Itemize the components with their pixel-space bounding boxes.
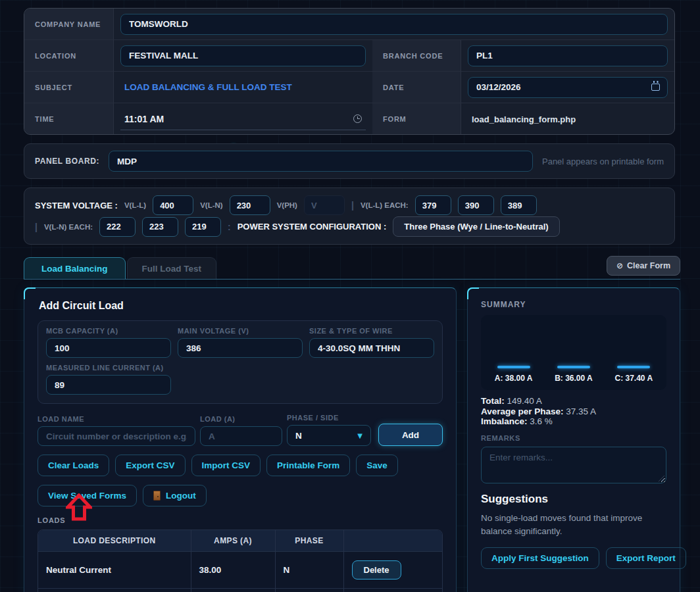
vln-label: V(L-N) — [200, 201, 223, 209]
col-actions — [343, 530, 442, 552]
view-saved-forms-button[interactable]: View Saved Forms — [38, 485, 137, 506]
add-circuit-title: Add Circuit Load — [39, 300, 456, 312]
clock-icon[interactable] — [353, 114, 362, 123]
import-csv-button[interactable]: Import CSV — [191, 455, 261, 476]
table-header-row: LOAD DESCRIPTION AMPS (A) PHASE — [38, 530, 442, 552]
phase-b-bar — [557, 366, 590, 368]
wire-type-label: SIZE & TYPE OF WIRE — [309, 327, 434, 335]
main-voltage-label: MAIN VOLTAGE (V) — [178, 327, 303, 335]
summary-card: SUMMARY A: 38.00 A B: 36.00 A C: 37.40 A… — [467, 287, 680, 592]
phase-c-bar-group: C: 37.40 A — [615, 366, 653, 383]
phase-a-bar — [497, 366, 530, 368]
location-input[interactable] — [120, 45, 366, 66]
printable-form-button[interactable]: Printable Form — [266, 455, 350, 476]
logout-button[interactable]: Logout — [143, 485, 207, 506]
company-name-label: COMPANY NAME — [35, 20, 101, 28]
company-name-input[interactable] — [120, 14, 668, 35]
loads-section-label: LOADS — [38, 516, 456, 524]
phase-side-select[interactable]: N ▼ — [287, 425, 371, 446]
panel-board-input[interactable] — [109, 151, 533, 172]
phase-cell: N — [275, 552, 343, 589]
main-voltage-input[interactable] — [178, 338, 303, 358]
vll-input[interactable] — [153, 195, 193, 215]
load-description-cell: PP - POWER PANEL — [38, 589, 191, 592]
vph-label: V(PH) — [277, 201, 297, 209]
col-phase: PHASE — [275, 530, 343, 552]
remarks-textarea[interactable] — [481, 447, 666, 483]
phase-c-bar — [617, 366, 650, 368]
remarks-label: REMARKS — [481, 434, 680, 442]
total-label: Total: — [481, 396, 505, 406]
date-input[interactable] — [468, 77, 668, 98]
vll-each-label: V(L-L) EACH: — [361, 201, 409, 209]
total-value: 149.40 A — [507, 396, 542, 406]
circle-slash-icon: ⊘ — [616, 261, 623, 270]
wire-type-input[interactable] — [309, 338, 434, 358]
phase-b-label: B: 36.00 A — [555, 374, 593, 383]
phase-b-bar-group: B: 36.00 A — [555, 366, 593, 383]
vln-each-input-2[interactable] — [142, 217, 178, 237]
amps-cell: 38.00 — [191, 552, 275, 589]
load-description-cell: Neutral Current — [38, 552, 191, 589]
vll-each-input-1[interactable] — [415, 195, 451, 215]
tab-full-load-test[interactable]: Full Load Test — [127, 257, 217, 279]
time-input[interactable]: 11:01 AM — [120, 108, 366, 130]
imbalance-label: Imbalance: — [481, 416, 528, 426]
tab-bar: Load Balancing Full Load Test ⊘ Clear Fo… — [24, 258, 680, 280]
colon-separator: : — [228, 222, 231, 232]
delete-button[interactable]: Delete — [352, 560, 401, 580]
load-amps-label: LOAD (A) — [200, 415, 282, 423]
average-label: Average per Phase: — [481, 407, 564, 416]
phase-cell: CN — [275, 589, 343, 592]
vln-each-input-3[interactable] — [185, 217, 221, 237]
vln-input[interactable] — [230, 195, 270, 215]
power-config-select[interactable]: Three Phase (Wye / Line-to-Neutral) — [393, 216, 559, 237]
clear-form-button[interactable]: ⊘ Clear Form — [607, 256, 680, 276]
vll-each-input-2[interactable] — [458, 195, 494, 215]
power-config-label: POWER SYSTEM CONFIGURATION : — [238, 222, 387, 232]
mcb-capacity-label: MCB CAPACITY (A) — [46, 327, 171, 335]
panel-board-hint: Panel appears on printable form — [542, 157, 664, 166]
branch-code-input[interactable] — [468, 45, 668, 66]
calendar-icon[interactable] — [651, 84, 660, 91]
vll-each-input-3[interactable] — [501, 195, 537, 215]
vln-each-input-1[interactable] — [99, 217, 136, 237]
tab-load-balancing[interactable]: Load Balancing — [24, 257, 126, 279]
time-label: TIME — [35, 115, 54, 123]
export-report-button[interactable]: Export Report — [606, 547, 686, 569]
divider: | — [35, 222, 38, 232]
mcb-capacity-input[interactable] — [46, 338, 171, 358]
table-row: PP - POWER PANEL 37.40 CN Delete — [38, 589, 442, 592]
add-circuit-card: Add Circuit Load MCB CAPACITY (A) MAIN V… — [24, 287, 457, 592]
average-value: 37.35 A — [566, 407, 596, 416]
door-icon — [153, 491, 161, 501]
load-amps-input[interactable] — [200, 426, 282, 446]
date-label: DATE — [383, 84, 404, 91]
form-value: load_balancing_form.php — [468, 114, 576, 124]
branch-code-label: BRANCH CODE — [383, 52, 443, 60]
panel-board-label: PANEL BOARD: — [35, 157, 99, 166]
measured-current-label: MEASURED LINE CURRENT (A) — [46, 364, 171, 372]
imbalance-value: 3.6 % — [530, 416, 553, 426]
measured-current-input[interactable] — [46, 375, 171, 395]
phase-c-label: C: 37.40 A — [615, 374, 653, 383]
loads-table: LOAD DESCRIPTION AMPS (A) PHASE Neutral … — [38, 530, 443, 592]
export-csv-button[interactable]: Export CSV — [115, 455, 185, 476]
header-info-card: COMPANY NAME LOCATION BRANCH CODE SUBJEC… — [24, 8, 675, 135]
load-name-input[interactable] — [38, 426, 195, 446]
apply-first-suggestion-button[interactable]: Apply First Suggestion — [481, 547, 599, 569]
summary-title: SUMMARY — [481, 300, 680, 309]
amps-cell: 37.40 — [191, 589, 275, 592]
save-button[interactable]: Save — [356, 455, 398, 476]
subject-label: SUBJECT — [35, 84, 72, 91]
add-button[interactable]: Add — [378, 424, 443, 446]
divider: | — [351, 200, 354, 210]
suggestions-text: No single-load moves found that improve … — [481, 512, 666, 539]
table-row: Neutral Current 38.00 N Delete — [38, 552, 442, 589]
summary-stats: Total: 149.40 A Average per Phase: 37.35… — [481, 396, 680, 427]
clear-form-label: Clear Form — [627, 261, 670, 270]
clear-loads-button[interactable]: Clear Loads — [38, 455, 109, 476]
logout-label: Logout — [166, 491, 196, 501]
subject-value: LOAD BALANCING & FULL LOAD TEST — [120, 82, 292, 92]
suggestions-title: Suggestions — [481, 493, 680, 506]
